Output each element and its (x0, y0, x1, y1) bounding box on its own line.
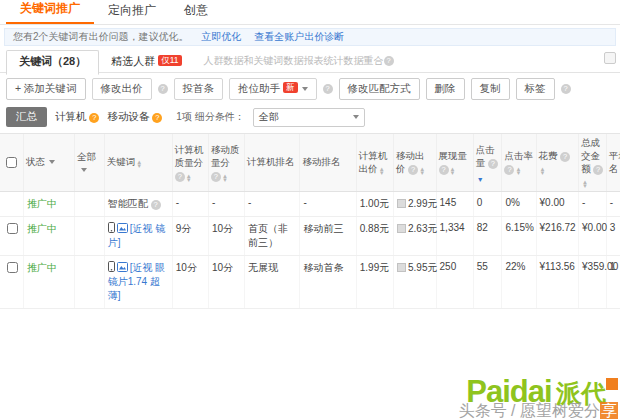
computer-info-icon[interactable]: ? (89, 113, 99, 123)
clicks-cell: 55 (473, 256, 502, 309)
mobile-rank-cell: - (300, 192, 356, 217)
impressions-cell: 250 (436, 256, 473, 309)
sort-icon[interactable]: ▲▼ (515, 167, 521, 175)
device-filter-bar: 汇总 计算机 ? 移动设备 ? 1项 细分条件： 全部 (0, 105, 620, 133)
status-cell: 推广中 (23, 217, 74, 256)
col-header-label: 展现量 (439, 150, 468, 161)
computer-toggle[interactable]: 计算机 ? (55, 110, 99, 124)
header-info-icon[interactable]: ? (439, 165, 449, 175)
col-header-8: 计算机出价▲▼ (356, 134, 393, 192)
panel-toggle-icon[interactable] (604, 52, 616, 64)
image-icon[interactable] (117, 223, 128, 235)
rank-helper-info-icon[interactable]: ? (323, 84, 333, 94)
header-info-icon[interactable]: ? (593, 165, 603, 175)
smart-match-info-icon[interactable]: ? (151, 200, 161, 210)
header-info-icon[interactable]: ? (560, 152, 570, 162)
subtab-keywords[interactable]: 关键词（28） (6, 50, 99, 75)
optimize-now-link[interactable]: 立即优化 (201, 31, 241, 42)
tab-keyword-promotion[interactable]: 关键词推广 (6, 0, 94, 24)
col-header-3: 关键词▲▼ (104, 134, 172, 192)
select-all-checkbox[interactable] (6, 157, 17, 168)
tab-creative[interactable]: 创意 (170, 0, 222, 24)
status-badge: 推广中 (27, 262, 57, 273)
header-info-icon[interactable]: ? (488, 159, 498, 169)
header-info-icon[interactable]: ? (408, 165, 418, 175)
pc-rank-cell: 无展现 (245, 256, 300, 309)
summary-toggle[interactable]: 汇总 (6, 107, 47, 127)
modify-match-button[interactable]: 修改匹配方式 (339, 78, 420, 100)
condition-label: 1项 细分条件： (176, 110, 244, 124)
revenue-cell: - (579, 192, 607, 217)
header-info-icon[interactable]: ? (175, 172, 185, 182)
copy-button[interactable]: 复制 (471, 78, 510, 100)
header-info-icon[interactable]: ? (211, 172, 221, 182)
col-header-4: 计算机质量分 ?▲▼ (172, 134, 208, 192)
add-keyword-button[interactable]: + 添加关键词 (6, 78, 86, 100)
sort-icon[interactable]: ▲▼ (450, 167, 456, 175)
clicks-cell: 82 (473, 217, 502, 256)
col-header-1: 状态 (23, 134, 74, 192)
sort-icon[interactable]: ▲▼ (379, 167, 385, 175)
watermark-square-icon (606, 378, 618, 390)
table-row: 推广中智能匹配 ?----1.00元2.99元14500%¥0.00-- (0, 192, 620, 217)
delete-button[interactable]: 删除 (426, 78, 465, 100)
pc-bid-cell: 0.88元 (356, 217, 393, 256)
tab-targeted-promotion[interactable]: 定向推广 (94, 0, 170, 24)
col-header-label: 计算机排名 (247, 156, 295, 167)
pc-bid-cell: 1.99元 (356, 256, 393, 309)
col-header-label: 平均展现排名 (609, 150, 620, 174)
mobile-toggle[interactable]: 移动设备 ? (107, 110, 162, 124)
phone-icon (108, 261, 115, 274)
chevron-down-icon[interactable] (49, 160, 55, 164)
row-checkbox[interactable] (7, 262, 18, 273)
audience-hint-text: 人群数据和关键词数据报表统计数据重合 (204, 54, 384, 68)
col-header-2: 全部 (74, 134, 104, 192)
subtab-audience[interactable]: 精选人群仅11 (99, 51, 193, 74)
mobile-bid-cell: 5.95元 (394, 256, 437, 309)
top-tab-bar: 关键词推广 定向推广 创意 (0, 0, 620, 25)
sort-icon[interactable]: ▲▼ (419, 167, 425, 175)
status-cell: 推广中 (23, 192, 74, 217)
modify-bid-button[interactable]: 修改出价 (92, 78, 152, 100)
row-checkbox-cell (0, 256, 23, 309)
table-row: 推广中[近视 镜片]9分10分首页（非前三）移动前三0.88元2.63元1,33… (0, 217, 620, 256)
status-badge: 推广中 (27, 198, 57, 209)
watermark-brand-en: Paidai (466, 374, 551, 409)
account-bid-diagnose-link[interactable]: 查看全账户出价诊断 (254, 31, 344, 42)
tag-info-icon[interactable]: ? (561, 84, 571, 94)
sort-icon[interactable]: ▲▼ (540, 167, 546, 175)
keyword-table: 状态全部关键词▲▼计算机质量分 ?▲▼移动质量分 ?▲▼计算机排名移动排名计算机… (0, 133, 620, 309)
sort-icon[interactable]: ▲▼ (582, 180, 588, 188)
hint-info-icon[interactable]: ? (384, 56, 394, 66)
col-header-12: 点击率 ?▲▼ (502, 134, 536, 192)
tag-button[interactable]: 标签 (516, 78, 555, 100)
keyword-cell: 智能匹配 ? (104, 192, 172, 217)
sort-icon[interactable]: ▲▼ (222, 174, 228, 182)
col-header-6: 计算机排名 (245, 134, 300, 192)
top-position-button[interactable]: 投首条 (174, 78, 224, 100)
modify-bid-info-icon[interactable]: ? (158, 84, 168, 94)
sort-icon[interactable]: ▲▼ (186, 174, 192, 182)
mobile-rank-cell: 移动前三 (300, 217, 356, 256)
mobile-bid-icon (397, 224, 406, 233)
mobile-bid-cell: 2.63元 (394, 217, 437, 256)
chevron-down-icon[interactable] (81, 168, 87, 172)
mobile-quality-score-cell: 10分 (208, 217, 244, 256)
clicks-cell: 0 (473, 192, 502, 217)
rank-helper-button[interactable]: 抢位助手新 (229, 78, 317, 100)
condition-select-value: 全部 (259, 110, 279, 124)
col-header-label: 移动质量分 (211, 144, 240, 168)
col-header-10: 展现量 ?▲▼ (436, 134, 473, 192)
row-checkbox[interactable] (7, 223, 18, 234)
col-header-label: 计算机质量分 (175, 144, 204, 168)
platform-cell (74, 217, 104, 256)
sort-icon[interactable]: ▲▼ (477, 174, 484, 182)
header-info-icon[interactable]: ? (504, 165, 514, 175)
condition-select[interactable]: 全部 (253, 108, 365, 127)
col-header-11: 点击量 ?▲▼ (473, 134, 502, 192)
mobile-info-icon[interactable]: ? (152, 113, 162, 123)
col-header-15: 平均展现排名 ?▲▼ (606, 134, 620, 192)
status-cell: 推广中 (23, 256, 74, 309)
sort-icon[interactable]: ▲▼ (136, 160, 142, 168)
image-icon[interactable] (117, 262, 128, 274)
